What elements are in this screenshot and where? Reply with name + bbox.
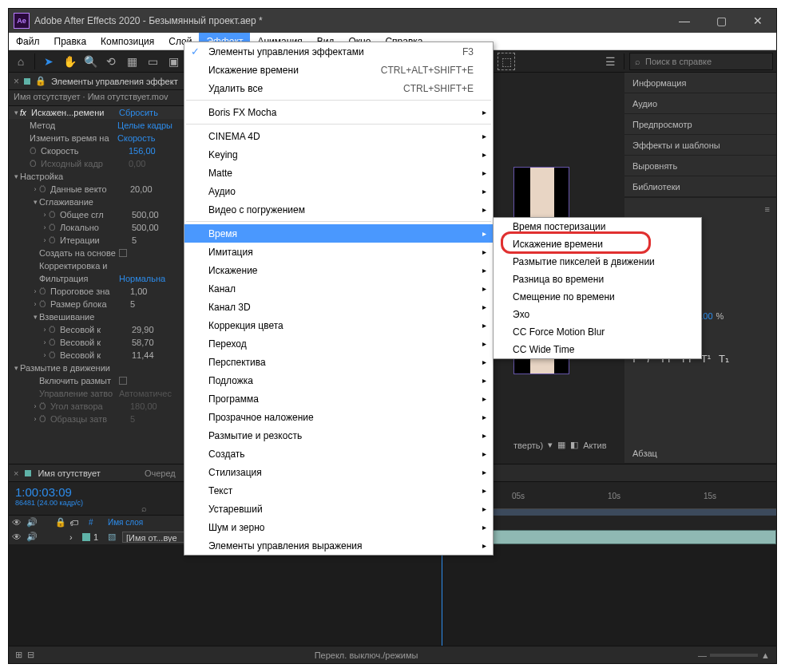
- chevron-icon[interactable]: ▾: [31, 198, 39, 206]
- menu-композиция[interactable]: Композиция: [93, 33, 161, 49]
- workspace-icon[interactable]: ☰: [601, 53, 619, 70]
- stopwatch-icon[interactable]: Ö: [49, 350, 60, 360]
- close-tab-icon[interactable]: ×: [14, 468, 18, 478]
- fx-property-row[interactable]: Включить размыт: [9, 374, 194, 387]
- submenu-item[interactable]: CC Force Motion Blur: [494, 323, 701, 341]
- chevron-icon[interactable]: ›: [41, 338, 49, 346]
- submenu-item[interactable]: Размытие пикселей в движении: [494, 253, 701, 271]
- fx-property-row[interactable]: ›ÖИтерации5: [9, 234, 194, 247]
- chevron-icon[interactable]: ›: [31, 300, 39, 308]
- fx-property-row[interactable]: ÖСкорость156,00: [9, 144, 194, 157]
- close-button[interactable]: ✕: [739, 9, 776, 33]
- toggle-switches-icon[interactable]: ⊞: [15, 650, 22, 660]
- zoom-out-icon[interactable]: —: [698, 650, 707, 660]
- zoom-in-icon[interactable]: ▲: [761, 650, 770, 660]
- chevron-icon[interactable]: ›: [41, 223, 49, 231]
- menu-category[interactable]: Канал▸: [184, 279, 493, 298]
- fx-property-row[interactable]: ›ÖВесовой к58,70: [9, 336, 194, 349]
- close-tab-icon[interactable]: ×: [14, 76, 19, 87]
- fx-property-row[interactable]: ÖИсходный кадр0,00: [9, 157, 194, 170]
- property-value[interactable]: 500,00: [132, 223, 159, 232]
- menu-category[interactable]: Программа▸: [184, 389, 493, 408]
- panel-header[interactable]: Информация: [624, 73, 776, 93]
- fx-property-row[interactable]: ›ÖРазмер блока5: [9, 298, 194, 310]
- stopwatch-icon[interactable]: Ö: [49, 325, 60, 334]
- viewer-quality[interactable]: тверть): [513, 441, 543, 450]
- submenu-item[interactable]: Время постеризации: [494, 218, 701, 235]
- property-value[interactable]: 0,00: [129, 159, 145, 168]
- property-value[interactable]: Целые кадры: [117, 121, 172, 130]
- property-value[interactable]: 29,90: [132, 325, 154, 334]
- property-value[interactable]: 11,44: [132, 350, 154, 360]
- property-value[interactable]: 156,00: [129, 146, 156, 156]
- panel-header[interactable]: Эффекты и шаблоны: [624, 135, 776, 156]
- maximize-button[interactable]: ▢: [703, 9, 739, 33]
- submenu-item[interactable]: Смещение по времени: [494, 288, 701, 306]
- property-value[interactable]: 5: [130, 414, 135, 424]
- menu-category[interactable]: Размытие и резкость▸: [184, 426, 493, 445]
- fx-property-row[interactable]: МетодЦелые кадры: [9, 119, 194, 132]
- menu-category[interactable]: Текст▸: [184, 481, 493, 500]
- playhead[interactable]: [442, 544, 442, 646]
- expand-layer-icon[interactable]: ›: [69, 532, 79, 542]
- stopwatch-icon[interactable]: Ö: [49, 223, 60, 232]
- reset-link[interactable]: Сбросить: [119, 108, 158, 117]
- layer-audio-toggle[interactable]: 🔊: [26, 532, 38, 542]
- property-value[interactable]: Нормальна: [119, 274, 165, 283]
- stopwatch-icon[interactable]: Ö: [39, 184, 50, 194]
- chevron-icon[interactable]: ›: [31, 287, 39, 295]
- checkbox[interactable]: [119, 377, 127, 385]
- fx-property-row[interactable]: Управление затвоАвтоматичес: [9, 387, 194, 400]
- fx-property-row[interactable]: Изменить время наСкорость: [9, 132, 194, 144]
- menu-category[interactable]: Прозрачное наложение▸: [184, 408, 493, 426]
- submenu-item[interactable]: CC Wide Time: [494, 341, 701, 358]
- panel-header[interactable]: Выровнять: [624, 156, 776, 176]
- property-value[interactable]: Скорость: [117, 133, 156, 143]
- fx-property-row[interactable]: Создать на основе: [9, 247, 194, 259]
- menu-category[interactable]: Канал 3D▸: [184, 298, 493, 316]
- menu-category[interactable]: Аудио▸: [184, 182, 493, 200]
- stopwatch-icon[interactable]: Ö: [39, 401, 50, 411]
- submenu-item[interactable]: Искажение времени: [494, 235, 701, 253]
- menu-category[interactable]: Создать▸: [184, 445, 493, 463]
- help-search[interactable]: ⌕ Поиск в справке: [629, 53, 773, 70]
- fx-property-row[interactable]: ›ÖВесовой к11,44: [9, 349, 194, 362]
- stopwatch-icon[interactable]: Ö: [39, 287, 50, 296]
- minimize-button[interactable]: ―: [666, 9, 703, 33]
- pan-behind-tool[interactable]: ▣: [165, 53, 182, 70]
- chevron-icon[interactable]: ›: [31, 402, 39, 410]
- menu-category[interactable]: Имитация▸: [184, 243, 493, 261]
- fx-property-row[interactable]: ▾Сглаживание: [9, 196, 194, 208]
- fx-property-row[interactable]: ›ÖДанные векто20,00: [9, 183, 194, 196]
- property-value[interactable]: 180,00: [130, 401, 157, 411]
- fx-property-row[interactable]: ›ÖОбщее сгл500,00: [9, 208, 194, 221]
- menu-category[interactable]: Коррекция цвета▸: [184, 316, 493, 334]
- stopwatch-icon[interactable]: Ö: [30, 146, 41, 156]
- rotate-tool[interactable]: ▦: [123, 53, 141, 70]
- panel-header[interactable]: Библиотеки: [624, 176, 776, 197]
- menu-category[interactable]: Стилизация▸: [184, 463, 493, 481]
- stopwatch-icon[interactable]: Ö: [39, 299, 50, 309]
- layer-visibility-toggle[interactable]: 👁: [12, 532, 23, 543]
- fx-property-row[interactable]: ▾Взвешивание: [9, 310, 194, 323]
- chevron-icon[interactable]: ›: [41, 351, 49, 359]
- selection-tool[interactable]: ➤: [40, 53, 57, 70]
- submenu-item[interactable]: Эхо: [494, 306, 701, 323]
- subscript-icon[interactable]: T₁: [719, 353, 729, 365]
- property-value[interactable]: 500,00: [132, 210, 159, 219]
- zoom-tool[interactable]: 🔍: [81, 53, 99, 70]
- menu-category[interactable]: Matte▸: [184, 164, 493, 182]
- effect-name[interactable]: Искажен...ремени: [31, 108, 119, 117]
- chevron-icon[interactable]: ▾: [31, 313, 39, 321]
- stopwatch-icon[interactable]: Ö: [49, 338, 60, 347]
- submenu-item[interactable]: Разница во времени: [494, 271, 701, 288]
- superscript-icon[interactable]: T¹: [701, 353, 711, 365]
- search-icon[interactable]: ⌕: [141, 504, 147, 513]
- menu-category[interactable]: Элементы управления выражения▸: [184, 536, 493, 555]
- chevron-icon[interactable]: ▾: [12, 364, 20, 372]
- layer-name-header[interactable]: Имя слоя: [108, 518, 143, 527]
- chevron-icon[interactable]: ›: [31, 415, 39, 423]
- menu-item[interactable]: Искажение времениCTRL+ALT+SHIFT+E: [184, 61, 493, 79]
- zoom-slider[interactable]: [710, 654, 758, 657]
- paragraph-panel-header[interactable]: Абзац: [624, 443, 776, 464]
